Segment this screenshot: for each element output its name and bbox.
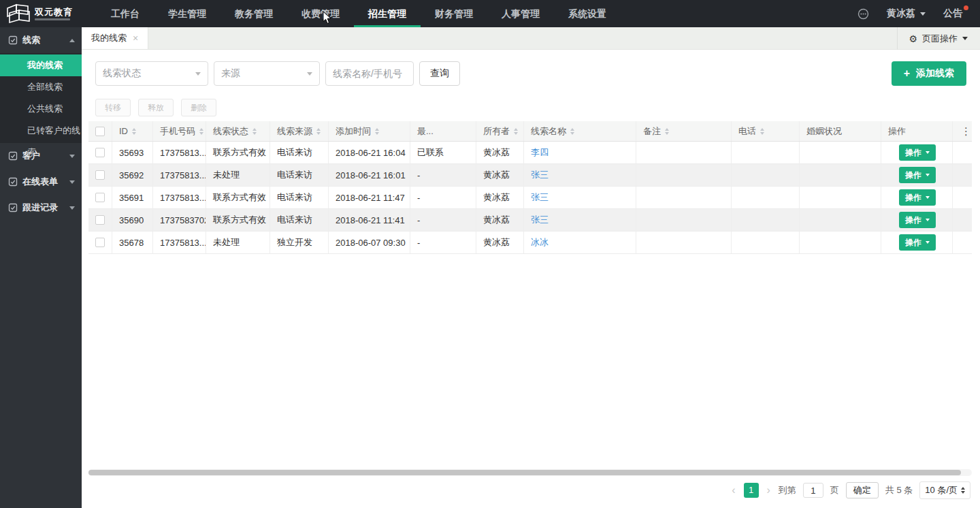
lead-name-link[interactable]: 冰冰 [531,236,549,249]
cell-source: 电话来访 [270,187,329,208]
column-settings-icon[interactable]: ⋮ [961,125,971,138]
cell-id: 35693 [112,142,153,163]
sidebar-group-customers[interactable]: 客户 [0,143,82,169]
table-row: 35692 17375813... 未处理 电话来访 2018-06-21 16… [88,164,972,187]
tab-my-leads[interactable]: 我的线索 × [82,27,148,49]
source-select[interactable]: 来源 [214,61,320,86]
row-action-button[interactable]: 操作 [899,234,936,251]
goto-suffix-label: 页 [830,484,839,496]
page-number-button[interactable]: 1 [744,483,759,498]
cell-owner: 黄冰荔 [476,232,524,253]
column-header-added-time[interactable]: 添加时间 [329,121,410,141]
row-checkbox[interactable] [95,170,105,180]
nav-item-workbench[interactable]: 工作台 [97,0,154,27]
pagination: ‹ 1 › 到第 页 确定 共 5 条 10 条/页 [730,481,970,500]
column-header-owner[interactable]: 所有者 [476,121,524,141]
lead-name-link[interactable]: 张三 [531,169,549,181]
announcement-link[interactable]: 公告 [943,7,968,20]
table-row: 35690 1737583702 联系方式有效 电话来访 2018-06-21 … [88,209,972,232]
next-page-button[interactable]: › [766,485,772,496]
user-menu[interactable]: 黄冰荔 [887,7,926,20]
horizontal-scrollbar [88,469,972,476]
row-checkbox[interactable] [95,148,105,157]
column-header-source[interactable]: 线索来源 [270,121,329,141]
close-icon[interactable]: × [133,33,138,43]
column-header-phone[interactable]: 手机号码 [153,121,206,141]
goto-page-input[interactable] [803,483,823,498]
row-checkbox[interactable] [95,193,105,202]
row-action-button[interactable]: 操作 [899,212,936,228]
column-header-lead-name[interactable]: 线索名称 [524,121,636,141]
add-lead-button[interactable]: + 添加线索 [892,61,966,86]
nav-item-admissions-mgmt[interactable]: 招生管理 [354,0,421,27]
cell-marital [800,142,881,163]
lead-status-select[interactable]: 线索状态 [95,61,208,86]
cell-added-time: 2018-06-07 09:30 [329,232,410,253]
search-button[interactable]: 查询 [419,61,460,86]
cell-marital [800,232,881,253]
top-navigation: 工作台 学生管理 教务管理 收费管理 招生管理 财务管理 人事管理 系统设置 [97,0,621,27]
column-header-tel[interactable]: 电话 [732,121,800,141]
sidebar-group-follow-records[interactable]: 跟进记录 [0,195,82,221]
sidebar-group-leads[interactable]: 线索 [0,27,82,53]
release-button[interactable]: 释放 [138,99,174,116]
nav-item-hr-mgmt[interactable]: 人事管理 [487,0,554,27]
row-checkbox[interactable] [95,238,105,247]
confirm-page-button[interactable]: 确定 [846,482,879,498]
cell-id: 35690 [112,209,153,231]
scrollbar-thumb[interactable] [88,470,961,475]
cell-tel [732,164,800,186]
cell-source: 电话来访 [270,142,329,163]
row-checkbox[interactable] [95,215,105,225]
nav-item-fee-mgmt[interactable]: 收费管理 [287,0,354,27]
page-size-select[interactable]: 10 条/页 [919,481,970,499]
sidebar-item-public-leads[interactable]: 公共线索 [0,98,82,120]
cell-owner: 黄冰荔 [476,187,524,208]
lead-name-link[interactable]: 张三 [531,214,549,226]
cell-added-time: 2018-06-21 11:47 [329,187,410,208]
row-action-button[interactable]: 操作 [899,189,936,206]
cell-status: 联系方式有效 [206,187,270,208]
bulk-actions: 转移 释放 删除 [95,99,216,116]
chevron-down-icon [920,12,926,16]
brand-subtitle [35,18,70,20]
nav-item-finance-mgmt[interactable]: 财务管理 [421,0,487,27]
row-action-button[interactable]: 操作 [899,167,936,183]
keyword-input[interactable] [325,61,414,86]
column-header-note[interactable]: 备注 [636,121,732,141]
column-header-status[interactable]: 线索状态 [206,121,270,141]
transfer-button[interactable]: 转移 [95,99,131,116]
sort-icon [665,128,669,135]
page-actions-button[interactable]: ⚙ 页面操作 [897,27,980,50]
nav-item-academic-mgmt[interactable]: 教务管理 [220,0,287,27]
chevron-up-icon [69,39,75,42]
screen: 双元教育 工作台 学生管理 教务管理 收费管理 招生管理 财务管理 人事管理 系… [0,0,980,508]
sidebar-item-my-leads[interactable]: 我的线索 [0,54,82,76]
cell-added-time: 2018-06-21 16:04 [329,142,410,163]
tab-bar: 我的线索 × ⚙ 页面操作 [82,27,980,50]
select-all-checkbox[interactable] [95,127,105,136]
lead-name-link[interactable]: 张三 [531,191,549,204]
customers-icon [8,151,18,161]
cell-status: 联系方式有效 [206,209,270,231]
sidebar-item-all-leads[interactable]: 全部线索 [0,76,82,98]
sidebar-group-online-forms[interactable]: 在线表单 [0,169,82,195]
cell-id: 35678 [112,232,153,253]
leads-table: ID 手机号码 线索状态 线索来源 添加时间 最... 所有者 线索名称 备注 … [88,121,972,254]
chevron-down-icon [926,196,930,199]
cell-status: 未处理 [206,232,270,253]
nav-item-system-settings[interactable]: 系统设置 [554,0,621,27]
nav-item-student-mgmt[interactable]: 学生管理 [154,0,220,27]
goto-prefix-label: 到第 [779,484,796,496]
online-forms-icon [8,177,18,187]
cell-phone: 17375813... [153,142,206,163]
prev-page-button[interactable]: ‹ [730,485,736,496]
row-action-button[interactable]: 操作 [899,144,936,161]
lead-name-link[interactable]: 李四 [531,146,549,159]
cell-note [636,209,732,231]
brand-logo: 双元教育 [0,0,82,27]
column-header-id[interactable]: ID [112,121,153,141]
delete-button[interactable]: 删除 [181,99,216,116]
sidebar-item-converted-leads[interactable]: 已转客户的线索 [0,120,82,142]
message-icon[interactable] [858,8,869,20]
